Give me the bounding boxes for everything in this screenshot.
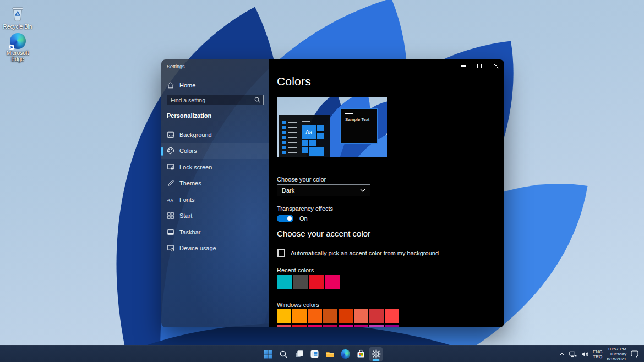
color-swatch[interactable]: [354, 309, 368, 323]
edge-label: Microsoft Edge: [0, 50, 35, 62]
language-indicator[interactable]: ENG TRQ: [593, 349, 602, 359]
color-swatch[interactable]: [354, 325, 368, 327]
accent-color-heading: Choose your accent color: [277, 229, 370, 238]
color-swatch[interactable]: [323, 325, 337, 327]
recycle-bin-shortcut[interactable]: Recycle Bin: [0, 4, 35, 30]
search-box[interactable]: [167, 95, 264, 105]
sidebar-item-label: Background: [179, 131, 212, 138]
preview-start-menu: Aa: [279, 115, 330, 157]
color-swatch[interactable]: [369, 325, 384, 327]
background-icon: [167, 131, 174, 139]
taskbar-edge-icon: [341, 349, 350, 359]
store-button[interactable]: [354, 347, 367, 361]
page-title: Colors: [277, 75, 311, 88]
color-swatch[interactable]: [277, 275, 292, 289]
edge-shortcut[interactable]: Microsoft Edge: [0, 33, 35, 62]
clock-day: Tuesday: [607, 352, 626, 356]
chevron-down-icon: [360, 189, 365, 192]
preview-sample-text: Sample Text: [345, 117, 369, 122]
windows-colors-row: [277, 309, 399, 323]
color-swatch[interactable]: [293, 275, 308, 289]
settings-button[interactable]: [369, 347, 383, 361]
tray-chevron-button[interactable]: [559, 353, 565, 356]
color-swatch[interactable]: [277, 309, 291, 323]
transparency-toggle[interactable]: [277, 215, 293, 222]
settings-gear-icon: [372, 349, 381, 359]
clock[interactable]: 10:57 PM Tuesday 6/15/2021: [607, 347, 626, 361]
sidebar-item-lock-screen[interactable]: Lock screen: [161, 159, 269, 175]
file-explorer-icon: [325, 349, 335, 359]
color-swatch[interactable]: [277, 325, 291, 327]
transparency-label: Transparency effects: [277, 205, 333, 212]
sidebar-item-start[interactable]: Start: [161, 208, 269, 224]
network-icon: [569, 351, 577, 358]
close-button[interactable]: [488, 59, 504, 73]
sidebar-item-label: Device usage: [179, 245, 216, 251]
sidebar-item-home[interactable]: Home: [167, 79, 263, 91]
widgets-button[interactable]: [308, 347, 321, 361]
color-swatch[interactable]: [385, 325, 399, 327]
sidebar-item-label: Themes: [179, 180, 201, 187]
language-line-1: ENG: [593, 349, 602, 354]
start-layout-icon: [167, 212, 174, 220]
sidebar-item-label: Colors: [179, 147, 197, 154]
color-mode-value: Dark: [282, 187, 294, 194]
network-button[interactable]: [569, 351, 577, 358]
color-swatch[interactable]: [325, 275, 340, 289]
color-swatch[interactable]: [339, 325, 353, 327]
color-swatch[interactable]: [308, 325, 322, 327]
color-swatch[interactable]: [292, 309, 307, 323]
maximize-icon: [477, 64, 482, 68]
color-swatch[interactable]: [292, 325, 307, 327]
windows-colors-row-2: [277, 325, 399, 327]
sidebar-item-taskbar[interactable]: Taskbar: [161, 224, 269, 240]
file-explorer-button[interactable]: [323, 347, 336, 361]
auto-accent-label: Automatically pick an accent color from …: [291, 250, 439, 256]
fonts-icon: A A: [167, 196, 174, 204]
volume-button[interactable]: [581, 351, 588, 358]
minimize-button[interactable]: [455, 59, 471, 73]
color-mode-dropdown[interactable]: Dark: [277, 184, 370, 196]
search-icon[interactable]: [254, 97, 260, 103]
window-title: Settings: [167, 64, 185, 69]
sidebar-item-device-usage[interactable]: Device usage: [161, 240, 269, 257]
shortcut-arrow-icon: [9, 45, 14, 50]
selection-indicator: [161, 147, 163, 156]
svg-text:A: A: [171, 198, 174, 202]
recycle-bin-icon: [9, 4, 26, 23]
store-icon: [356, 349, 365, 359]
sidebar-item-label: Start: [179, 212, 192, 219]
home-icon: [167, 81, 174, 89]
maximize-button[interactable]: [471, 59, 488, 73]
taskbar-center-icons: [261, 347, 383, 361]
search-button[interactable]: [277, 347, 290, 361]
windows-colors-label: Windows colors: [277, 301, 319, 308]
sidebar-item-fonts[interactable]: A A Fonts: [161, 191, 269, 208]
search-input[interactable]: [167, 97, 254, 103]
desktop: Recycle Bin Microsoft Edge Settings Home: [0, 0, 644, 362]
color-swatch[interactable]: [339, 309, 353, 323]
color-swatch[interactable]: [308, 309, 322, 323]
sidebar-item-themes[interactable]: Themes: [161, 175, 269, 192]
toggle-knob: [287, 216, 292, 221]
sidebar-item-colors[interactable]: Colors: [161, 143, 269, 160]
taskbar-icon: [167, 228, 174, 236]
sidebar-item-background[interactable]: Background: [161, 127, 269, 143]
task-view-button[interactable]: [292, 347, 305, 361]
color-swatch[interactable]: [385, 309, 399, 323]
preview-sample-window: Sample Text: [340, 108, 378, 144]
auto-accent-checkbox[interactable]: [277, 249, 285, 257]
sidebar-item-label: Taskbar: [179, 229, 201, 235]
start-button[interactable]: [261, 347, 275, 361]
clock-time: 10:57 PM: [607, 347, 626, 352]
sidebar-nav: Background Colors Lock screen: [161, 127, 269, 256]
edge-button[interactable]: [339, 347, 352, 361]
minimize-icon: [461, 65, 466, 66]
window-controls: [455, 59, 504, 73]
color-swatch[interactable]: [369, 309, 384, 323]
recent-colors-row: [277, 275, 340, 289]
taskbar: ENG TRQ 10:57 PM Tuesday 6/15/2021: [0, 345, 644, 362]
notification-center-button[interactable]: [631, 350, 638, 358]
color-swatch[interactable]: [323, 309, 337, 323]
color-swatch[interactable]: [309, 275, 324, 289]
